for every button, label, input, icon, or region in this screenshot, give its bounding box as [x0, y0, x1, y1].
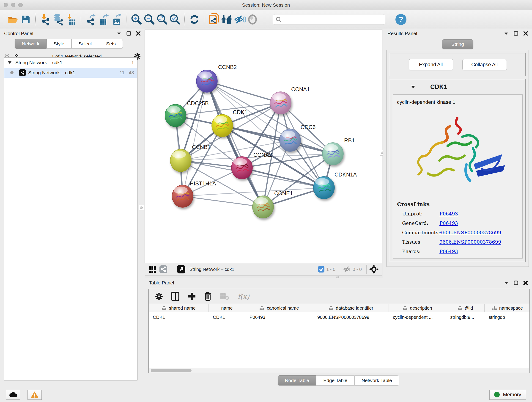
network-view-toolbar: String Network – cdk1 1 - 0 0 - 0 [145, 263, 382, 275]
panel-menu-icon[interactable] [117, 32, 121, 35]
tab-edge-table[interactable]: Edge Table [316, 375, 355, 385]
table-cell[interactable]: 9606.ENSP00000378699 [313, 313, 389, 322]
delete-column-trash-icon[interactable] [204, 292, 211, 301]
table-cell[interactable]: CDK1 [149, 313, 209, 322]
table-cell[interactable]: cyclin-dependent ... [389, 313, 446, 322]
warnings-button[interactable] [27, 390, 42, 400]
tab-node-table[interactable]: Node Table [278, 375, 316, 385]
close-panel-icon[interactable] [523, 31, 528, 36]
save-session-button[interactable] [19, 13, 32, 26]
float-panel-icon[interactable] [127, 31, 131, 36]
table-cell[interactable]: stringdb:9... [446, 313, 485, 322]
network-node-RB1[interactable]: RB1 [322, 137, 355, 165]
table-data-row[interactable]: CDK1CDK1P064939606.ENSP00000378699cyclin… [149, 313, 530, 322]
column-label: name [221, 306, 233, 311]
zoom-fit-button[interactable] [155, 13, 168, 26]
network-collection-row[interactable]: String Network – cdk1 1 [4, 57, 137, 68]
zoom-in-button[interactable] [130, 13, 143, 26]
tab-style[interactable]: Style [46, 39, 71, 49]
float-panel-icon[interactable] [514, 281, 518, 285]
hidden-eye-slash-icon[interactable] [343, 266, 351, 273]
network-view-canvas[interactable]: CCNB2CCNA1CDC25BCDK1CDC6RB1CCNB1CCNA2CDK… [145, 30, 382, 263]
scrollbar-handle[interactable] [151, 369, 191, 372]
network-edge-CCNB2-HIST1H1A[interactable] [183, 81, 207, 196]
table-horizontal-scrollbar[interactable] [149, 368, 529, 373]
panel-menu-icon[interactable] [504, 281, 509, 284]
open-view-icon[interactable] [177, 265, 185, 274]
crosslink-link[interactable]: P06493 [439, 249, 458, 254]
close-panel-icon[interactable] [523, 281, 528, 285]
float-panel-icon[interactable] [514, 31, 518, 36]
selected-checkbox-icon[interactable] [318, 266, 324, 273]
add-column-icon[interactable] [188, 292, 196, 300]
network-node-CCNA1[interactable]: CCNA1 [270, 86, 310, 114]
grid-view-icon[interactable] [149, 266, 156, 273]
column-header-shared-name[interactable]: shared name [149, 304, 209, 312]
network-node-CCNE1[interactable]: CCNE1 [253, 190, 293, 218]
column-header--id[interactable]: @id [446, 304, 485, 312]
export-image-button[interactable] [110, 13, 123, 26]
status-separator [340, 265, 340, 274]
expand-all-button[interactable]: Expand All [409, 59, 453, 70]
table-cell[interactable]: P06493 [245, 313, 313, 322]
tab-string[interactable]: String [442, 39, 473, 49]
export-network-button[interactable] [84, 13, 97, 26]
search-box[interactable] [273, 14, 385, 25]
enhanced-graphics-button[interactable] [233, 13, 246, 26]
table-cell[interactable]: CDK1 [209, 313, 245, 322]
column-header-description[interactable]: description [389, 304, 446, 312]
eye-disabled-button[interactable] [246, 13, 259, 26]
crosslink-link[interactable]: P06493 [439, 211, 458, 217]
vertical-splitter-handle-left[interactable] [139, 205, 144, 211]
network-edge-HIST1H1A-CCNE1[interactable] [183, 196, 263, 207]
crosslink-link[interactable]: 9606.ENSP00000378699 [439, 230, 501, 235]
close-panel-icon[interactable] [136, 31, 141, 36]
node-entry-header[interactable]: CDK1 [390, 79, 525, 95]
column-header-namespace[interactable]: namespace [485, 304, 530, 312]
network-row[interactable]: String Network – cdk1 11 48 [4, 68, 137, 78]
tab-sets[interactable]: Sets [99, 39, 123, 49]
show-columns-icon[interactable] [171, 292, 179, 301]
crosslink-link[interactable]: P06493 [439, 220, 458, 226]
panel-menu-icon[interactable] [504, 32, 509, 35]
tab-select[interactable]: Select [71, 39, 99, 49]
table-cell[interactable]: stringdb [485, 313, 530, 322]
gene-name: CDK1 [430, 83, 447, 90]
memory-button[interactable]: Memory [489, 390, 526, 400]
search-input[interactable] [282, 17, 380, 22]
eye-gray-icon [247, 14, 258, 25]
column-header-name[interactable]: name [209, 304, 245, 312]
table-header-row[interactable]: shared namenamecanonical namedatabase id… [149, 304, 530, 313]
refresh-arrows-icon [189, 14, 200, 25]
network-node-CDK1[interactable]: CDK1 [212, 109, 247, 137]
table-settings-gear-icon[interactable] [155, 293, 163, 300]
help-button[interactable]: ? [395, 14, 406, 25]
column-header-database-identifier[interactable]: database identifier [313, 304, 389, 312]
cloud-services-button[interactable] [6, 390, 20, 400]
network-edge-CCNB2-CCNE1[interactable] [207, 81, 263, 207]
network-edge-CCNB2-CCNA1[interactable] [207, 81, 281, 103]
birdseye-crosshair-icon[interactable] [369, 265, 379, 274]
import-network-database-button[interactable] [52, 13, 65, 26]
network-node-HIST1H1A[interactable]: HIST1H1A [172, 180, 216, 207]
import-table-button[interactable] [65, 13, 77, 26]
zoom-selected-button[interactable] [168, 13, 181, 26]
home-networks-button[interactable] [220, 13, 233, 26]
network-node-CDKN1A[interactable]: CDKN1A [313, 172, 357, 199]
tree-expand-icon[interactable] [7, 61, 12, 64]
open-session-button[interactable] [6, 13, 19, 26]
column-header-canonical-name[interactable]: canonical name [245, 304, 313, 312]
apply-layout-button[interactable] [188, 13, 201, 26]
string-panels-button[interactable] [208, 13, 220, 26]
crosslink-link[interactable]: 9606.ENSP00000378699 [439, 239, 501, 245]
import-network-file-button[interactable] [39, 13, 52, 26]
tab-network-table[interactable]: Network Table [355, 375, 399, 385]
function-builder-icon: f(x) [238, 293, 249, 300]
tab-network[interactable]: Network [15, 39, 46, 49]
export-table-button[interactable] [97, 13, 110, 26]
string-badge-gray-icon[interactable] [159, 265, 167, 273]
zoom-out-button[interactable] [143, 13, 155, 26]
collapse-entry-icon[interactable] [411, 85, 416, 89]
collapse-all-button[interactable]: Collapse All [462, 59, 507, 70]
network-node-CDC25B[interactable]: CDC25B [165, 100, 209, 127]
